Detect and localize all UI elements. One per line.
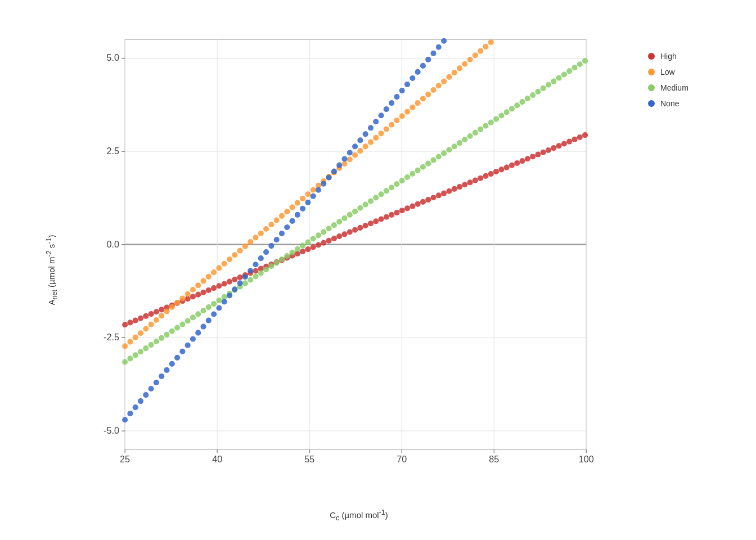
svg-point-89 (404, 205, 410, 211)
svg-point-308 (248, 268, 253, 273)
svg-point-123 (582, 132, 588, 138)
svg-point-309 (253, 262, 258, 267)
svg-point-76 (336, 233, 342, 239)
svg-point-340 (415, 69, 421, 75)
svg-point-235 (331, 222, 337, 228)
svg-point-133 (169, 304, 175, 310)
legend-dot (648, 100, 655, 107)
svg-point-108 (504, 165, 510, 170)
legend-area: High Low Medium None (642, 11, 744, 529)
svg-point-344 (436, 44, 442, 50)
svg-point-75 (331, 236, 337, 241)
svg-point-337 (399, 88, 405, 93)
svg-point-194 (488, 39, 494, 45)
svg-point-125 (127, 339, 133, 345)
svg-point-103 (478, 176, 483, 181)
svg-point-317 (295, 212, 300, 218)
svg-point-153 (274, 217, 280, 223)
svg-point-226 (284, 253, 290, 259)
svg-point-192 (478, 48, 483, 53)
svg-point-182 (425, 92, 431, 97)
svg-point-135 (179, 295, 185, 301)
svg-point-39 (143, 313, 148, 319)
svg-point-70 (305, 246, 310, 252)
svg-point-342 (425, 57, 431, 62)
svg-point-86 (389, 212, 394, 218)
svg-point-330 (363, 131, 368, 137)
svg-point-201 (154, 339, 159, 344)
legend-item: Low (648, 68, 744, 76)
svg-point-60 (253, 268, 258, 273)
svg-point-98 (452, 186, 457, 192)
svg-point-80 (357, 225, 363, 231)
svg-point-35 (122, 322, 128, 327)
svg-point-151 (263, 226, 269, 232)
svg-point-84 (379, 216, 384, 222)
svg-point-321 (316, 187, 321, 193)
svg-point-83 (373, 218, 379, 224)
svg-point-230 (305, 240, 310, 245)
svg-point-190 (467, 57, 473, 62)
svg-point-280 (566, 68, 572, 74)
svg-point-263 (478, 127, 483, 132)
svg-point-282 (577, 61, 583, 67)
svg-point-252 (420, 164, 426, 170)
svg-point-206 (179, 322, 185, 327)
svg-point-72 (316, 242, 321, 248)
svg-point-36 (127, 320, 133, 325)
svg-point-310 (258, 255, 264, 261)
legend-label: None (660, 99, 679, 108)
svg-point-329 (357, 137, 363, 143)
svg-point-239 (352, 209, 358, 214)
svg-text:0.0: 0.0 (106, 239, 119, 249)
svg-point-286 (133, 404, 138, 410)
svg-point-241 (363, 202, 368, 208)
legend-label: High (660, 52, 677, 61)
legend-item: None (648, 99, 744, 108)
svg-point-158 (300, 196, 305, 201)
svg-point-101 (467, 179, 473, 185)
svg-point-296 (185, 343, 191, 348)
svg-point-69 (300, 249, 305, 254)
y-axis-label: Anet (µmol m-2 s-1) (45, 235, 58, 305)
svg-point-288 (143, 392, 148, 398)
svg-point-220 (253, 273, 258, 279)
svg-point-176 (394, 118, 399, 123)
svg-point-246 (389, 184, 394, 190)
svg-point-315 (284, 224, 290, 230)
svg-text:-5.0: -5.0 (104, 425, 119, 435)
svg-point-119 (561, 141, 567, 146)
svg-point-137 (190, 287, 196, 292)
svg-point-276 (546, 82, 551, 88)
svg-point-253 (425, 161, 431, 166)
svg-point-271 (519, 99, 525, 105)
svg-point-240 (357, 205, 363, 211)
svg-point-131 (159, 313, 164, 318)
svg-point-111 (519, 158, 525, 164)
svg-point-177 (399, 113, 405, 119)
svg-point-287 (138, 398, 143, 404)
svg-point-146 (237, 248, 243, 253)
svg-point-141 (211, 269, 217, 275)
svg-point-303 (222, 299, 227, 304)
svg-point-229 (300, 243, 305, 249)
svg-point-243 (373, 195, 379, 200)
svg-point-256 (441, 150, 447, 156)
svg-point-168 (352, 152, 358, 158)
svg-point-221 (258, 270, 264, 276)
chart-container: Anet (µmol m-2 s-1) Cc (µmol mol-1) 2540… (12, 11, 744, 529)
svg-point-251 (415, 168, 421, 173)
svg-point-170 (363, 143, 368, 149)
svg-point-300 (206, 318, 212, 323)
svg-point-127 (138, 330, 143, 336)
svg-point-290 (154, 380, 159, 385)
legend-dot (648, 53, 655, 60)
svg-point-144 (227, 256, 232, 262)
svg-point-100 (462, 182, 467, 187)
svg-point-225 (279, 256, 285, 262)
svg-point-37 (133, 318, 138, 323)
svg-point-319 (305, 200, 310, 205)
svg-point-79 (352, 227, 358, 233)
svg-point-143 (222, 261, 227, 267)
svg-point-298 (195, 330, 201, 336)
